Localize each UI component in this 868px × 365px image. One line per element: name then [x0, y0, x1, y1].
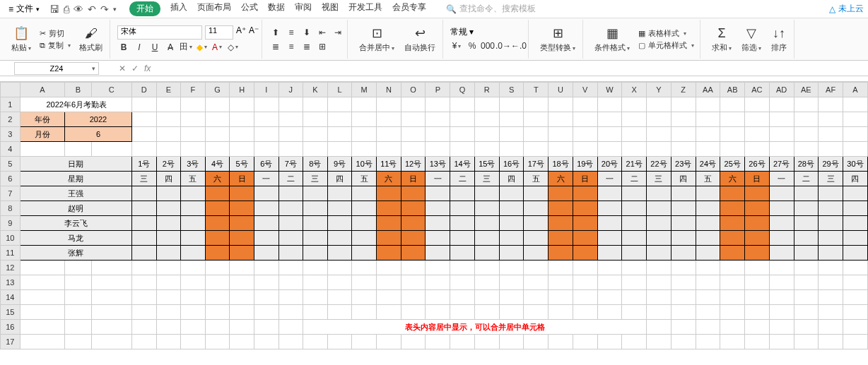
cell[interactable]: [720, 112, 745, 127]
cell[interactable]: [474, 201, 499, 216]
cell[interactable]: [131, 290, 156, 305]
cell[interactable]: [794, 112, 819, 127]
col-header-G[interactable]: G: [205, 83, 230, 97]
cell[interactable]: [377, 261, 401, 275]
cancel-fx-icon[interactable]: ✕: [119, 64, 126, 73]
cell[interactable]: [843, 231, 867, 246]
cell[interactable]: 李云飞: [20, 216, 131, 231]
cell[interactable]: [377, 142, 401, 157]
cell[interactable]: [622, 290, 647, 305]
cell[interactable]: [401, 186, 426, 201]
cell[interactable]: [278, 201, 303, 216]
footer-note[interactable]: 表头内容居中显示，可以合并居中单元格: [303, 320, 647, 335]
cell[interactable]: [549, 246, 573, 261]
cell[interactable]: [65, 261, 92, 275]
cell[interactable]: [65, 275, 92, 290]
cell[interactable]: [352, 290, 377, 305]
cell[interactable]: [647, 142, 671, 157]
cell[interactable]: [131, 305, 156, 320]
cell[interactable]: [20, 305, 64, 320]
cell[interactable]: [426, 290, 450, 305]
cell[interactable]: [769, 320, 794, 335]
cell[interactable]: [426, 275, 450, 290]
redo-icon[interactable]: ↷: [100, 4, 109, 15]
cell[interactable]: [303, 142, 328, 157]
cloud-status[interactable]: △ 未上云: [829, 3, 864, 15]
cell[interactable]: [303, 335, 328, 349]
cell[interactable]: [794, 231, 819, 246]
cell[interactable]: [91, 305, 131, 320]
cell[interactable]: [819, 142, 843, 157]
cell[interactable]: [549, 335, 573, 349]
cell[interactable]: 20号: [597, 157, 622, 172]
cell[interactable]: [156, 335, 181, 349]
cell[interactable]: [401, 246, 426, 261]
cell[interactable]: [131, 335, 156, 349]
cell[interactable]: [474, 127, 499, 142]
align-bottom-icon[interactable]: ⬇: [300, 26, 313, 39]
cell[interactable]: [843, 305, 867, 320]
col-header-L[interactable]: L: [327, 83, 352, 97]
col-header-Y[interactable]: Y: [647, 83, 671, 97]
cell[interactable]: [794, 275, 819, 290]
cell[interactable]: 日: [230, 172, 254, 186]
cell[interactable]: [549, 216, 573, 231]
cell[interactable]: [720, 275, 745, 290]
cell[interactable]: [720, 335, 745, 349]
cell[interactable]: [327, 335, 352, 349]
cell[interactable]: [181, 305, 206, 320]
cell[interactable]: 月份: [20, 127, 64, 142]
search-box[interactable]: 🔍 查找命令、搜索模板: [446, 3, 536, 15]
cell[interactable]: [573, 216, 597, 231]
cell[interactable]: 2号: [156, 157, 181, 172]
cell[interactable]: [499, 246, 524, 261]
cell[interactable]: [131, 112, 156, 127]
cell[interactable]: 日期: [20, 157, 131, 172]
cell[interactable]: [352, 246, 377, 261]
cell[interactable]: [720, 290, 745, 305]
cell[interactable]: [20, 142, 64, 157]
cell[interactable]: [549, 290, 573, 305]
cell[interactable]: 17号: [524, 157, 549, 172]
cell[interactable]: [769, 142, 794, 157]
name-box[interactable]: Z24: [14, 62, 99, 75]
percent-icon[interactable]: %: [466, 40, 479, 52]
cell[interactable]: [230, 216, 254, 231]
cell[interactable]: [794, 320, 819, 335]
col-header-C[interactable]: C: [91, 83, 131, 97]
cell[interactable]: 19号: [573, 157, 597, 172]
cell[interactable]: 一: [254, 172, 278, 186]
cell[interactable]: [327, 201, 352, 216]
cell[interactable]: [524, 97, 549, 112]
cell[interactable]: [573, 112, 597, 127]
cell[interactable]: [65, 290, 92, 305]
cell[interactable]: [549, 231, 573, 246]
cell[interactable]: 22号: [647, 157, 671, 172]
cell[interactable]: [474, 186, 499, 201]
tab-开发工具[interactable]: 开发工具: [348, 1, 382, 16]
cell[interactable]: [401, 127, 426, 142]
cell[interactable]: [696, 261, 720, 275]
cell[interactable]: [278, 335, 303, 349]
cell[interactable]: 三: [474, 172, 499, 186]
cell[interactable]: [794, 216, 819, 231]
cell[interactable]: [303, 112, 328, 127]
row-header[interactable]: 10: [1, 231, 20, 246]
cell[interactable]: [474, 335, 499, 349]
cell[interactable]: [254, 246, 278, 261]
cell[interactable]: [573, 305, 597, 320]
cell[interactable]: [549, 261, 573, 275]
cell[interactable]: [622, 246, 647, 261]
cell[interactable]: [474, 231, 499, 246]
cell[interactable]: [230, 201, 254, 216]
col-header-J[interactable]: J: [278, 83, 303, 97]
cell[interactable]: [819, 305, 843, 320]
col-header-E[interactable]: E: [156, 83, 181, 97]
cell[interactable]: [254, 127, 278, 142]
cell[interactable]: 四: [671, 172, 696, 186]
cell[interactable]: [647, 335, 671, 349]
tab-公式[interactable]: 公式: [241, 1, 258, 16]
cell[interactable]: [843, 127, 867, 142]
cell[interactable]: [91, 142, 131, 157]
cell[interactable]: [696, 186, 720, 201]
